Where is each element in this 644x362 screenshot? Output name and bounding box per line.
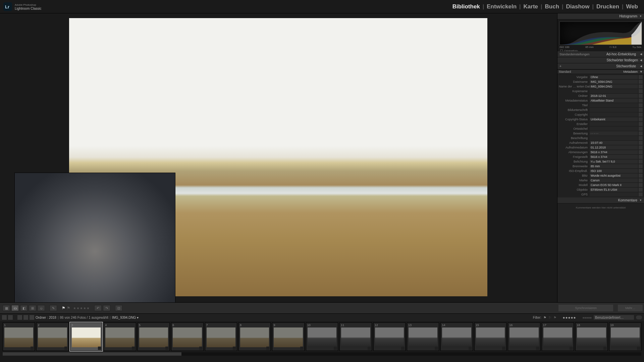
metadata-value[interactable]: Wurde nicht ausgelöst [590, 174, 638, 178]
more-button[interactable]: Mehr… [618, 305, 643, 311]
filmstrip-track[interactable]: 12345678910111213141516171819 [3, 322, 641, 351]
filmstrip-thumb[interactable]: 15 [474, 322, 506, 351]
filmstrip-thumb[interactable]: 3 [70, 322, 102, 351]
metadata-action-button[interactable] [639, 192, 643, 196]
panel-header-histogram[interactable]: Histogramm▼ [557, 13, 644, 19]
metadata-value[interactable]: EF85mm f/1.8 USM [590, 188, 638, 192]
metadata-action-button[interactable] [639, 108, 643, 112]
metadata-action-button[interactable] [639, 145, 643, 149]
compare-view-button[interactable]: ◧ [20, 305, 28, 311]
preview-area[interactable] [0, 13, 557, 302]
panel-header-keywordlist[interactable]: + Stichwortliste◀ [557, 63, 644, 69]
survey-view-button[interactable]: ⊞ [29, 305, 36, 311]
metadata-action-button[interactable] [639, 84, 643, 88]
filmstrip-thumb[interactable]: 6 [171, 322, 203, 351]
filter-flag-pick-icon[interactable]: ⚑ [543, 316, 546, 319]
metadata-value[interactable]: 5616 x 3744 [590, 150, 638, 154]
filmstrip-thumb[interactable]: 2 [36, 322, 68, 351]
panel-header-keywording[interactable]: Stichwörter festlegen◀ [557, 57, 644, 63]
filmstrip-thumb[interactable]: 9 [272, 322, 304, 351]
painter-tool-button[interactable]: ✎ [50, 305, 57, 311]
metadata-action-button[interactable] [639, 103, 643, 107]
metadata-action-button[interactable] [639, 188, 643, 192]
scrollbar-handle[interactable] [3, 352, 181, 356]
back-icon[interactable] [23, 315, 28, 320]
metadata-value[interactable] [590, 122, 638, 126]
forward-icon[interactable] [30, 315, 34, 320]
filter-preset-dropdown[interactable]: Benutzerdefiniert… [594, 315, 634, 320]
filmstrip-thumb[interactable]: 13 [407, 322, 439, 351]
filmstrip-thumb[interactable]: 7 [205, 322, 237, 351]
metadata-value[interactable] [590, 103, 638, 107]
filmstrip-scrollbar[interactable] [3, 352, 641, 356]
metadata-value[interactable] [590, 136, 638, 140]
metadata-action-button[interactable] [639, 164, 643, 168]
metadata-action-button[interactable] [639, 131, 643, 135]
filmstrip-thumb[interactable]: 12 [373, 322, 406, 351]
metadata-action-button[interactable] [639, 155, 643, 159]
people-view-button[interactable]: ☺ [38, 305, 45, 311]
grid-icon[interactable] [17, 315, 22, 320]
metadata-action-button[interactable] [639, 136, 643, 140]
metadata-action-button[interactable] [639, 183, 643, 187]
sync-button[interactable]: Synchronisieren [558, 305, 613, 311]
nav-grid-button[interactable]: ⊡ [115, 305, 122, 311]
metadata-action-button[interactable] [639, 141, 643, 145]
metadata-value[interactable]: 01.12.2018 [590, 145, 638, 149]
filter-color-labels[interactable]: ■■■■■ [583, 316, 592, 319]
module-diashow[interactable]: Diashow [564, 3, 592, 10]
module-bibliothek[interactable]: Bibliothek [450, 3, 483, 10]
filter-flag-unflagged-icon[interactable]: ⚐ [548, 316, 551, 319]
metadata-value[interactable]: 2018-12-01 [590, 94, 638, 98]
second-monitor-2-button[interactable] [8, 315, 13, 320]
metadata-value[interactable] [590, 192, 638, 196]
metadata-value[interactable]: Canon [590, 178, 638, 182]
metadata-action-button[interactable] [639, 169, 643, 173]
filmstrip-thumb[interactable]: 16 [508, 322, 540, 351]
metadata-value[interactable] [590, 108, 638, 112]
filmstrip-thumb[interactable]: 8 [238, 322, 271, 351]
filmstrip-thumb[interactable]: 18 [575, 322, 607, 351]
metadata-value[interactable]: 85 mm [590, 164, 638, 168]
metadata-action-button[interactable] [639, 150, 643, 154]
metadata-value[interactable]: 5616 x 3744 [590, 155, 638, 159]
filter-rating[interactable]: ★★★★★ [562, 316, 576, 319]
rating-stars[interactable]: ★★★★★ [73, 306, 90, 310]
filmstrip-thumb[interactable]: 14 [440, 322, 473, 351]
panel-header-adhoc[interactable]: Standardeinstellungen Ad-hoc-Entwicklung… [557, 51, 644, 57]
module-karte[interactable]: Karte [521, 3, 541, 10]
filmstrip-thumb[interactable]: 10 [306, 322, 338, 351]
module-web[interactable]: Web [623, 3, 641, 10]
histogram-canvas[interactable] [559, 21, 642, 45]
filmstrip-thumb[interactable]: 11 [339, 322, 372, 351]
panel-header-comments[interactable]: Kommentare▼ [557, 197, 644, 203]
metadata-value[interactable]: 15:07:40 [590, 141, 638, 145]
metadata-value[interactable] [590, 113, 638, 117]
metadata-action-button[interactable] [639, 94, 643, 98]
filmstrip-thumb[interactable]: 4 [104, 322, 136, 351]
metadata-value[interactable]: Canon EOS 5D Mark II [590, 183, 638, 187]
metadata-value[interactable]: Aktuellster Stand [590, 99, 638, 103]
grid-view-button[interactable]: ▦ [3, 305, 10, 311]
module-entwickeln[interactable]: Entwickeln [484, 3, 519, 10]
loupe-view-button[interactable]: ▭ [11, 305, 19, 311]
metadata-value[interactable] [590, 89, 638, 93]
metadata-action-button[interactable] [639, 89, 643, 93]
metadata-value[interactable]: IMG_9394.DNG [590, 80, 638, 84]
metadata-action-button[interactable] [639, 178, 643, 182]
metadata-value[interactable]: · · · · · [590, 131, 638, 135]
metadata-action-button[interactable] [639, 127, 643, 131]
metadata-action-button[interactable] [639, 122, 643, 126]
metadata-value[interactable]: ISO 100 [590, 169, 638, 173]
source-folder[interactable]: 2018 [49, 316, 56, 319]
metadata-value[interactable]: Unbekannt [590, 117, 638, 121]
filmstrip-thumb[interactable]: 19 [609, 322, 641, 351]
filter-flag-reject-icon[interactable]: ⚑ [553, 316, 556, 319]
metadata-value[interactable] [590, 127, 638, 131]
rotate-cw-button[interactable]: ↷ [103, 305, 110, 311]
add-keyword-icon[interactable]: + [559, 64, 561, 68]
metadata-action-button[interactable] [639, 80, 643, 84]
metadata-action-button[interactable] [639, 117, 643, 121]
metadata-action-button[interactable] [639, 99, 643, 103]
rotate-ccw-button[interactable]: ↶ [94, 305, 102, 311]
